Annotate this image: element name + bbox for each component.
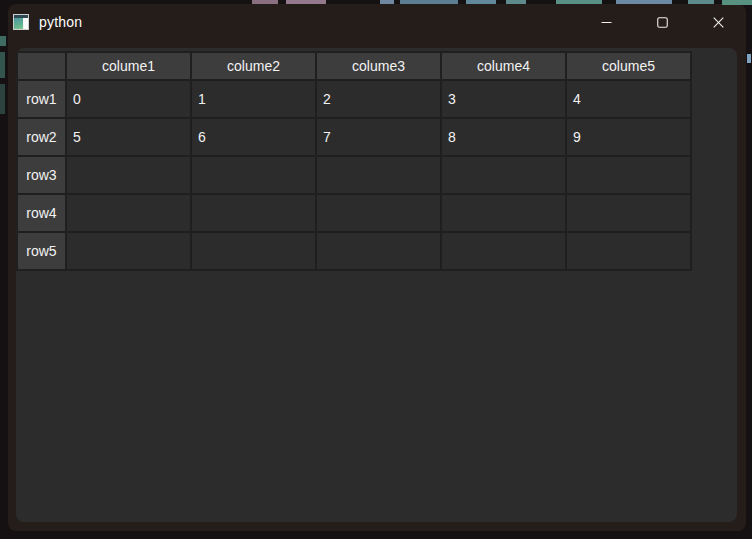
desktop-backdrop: { "window": { "title": "python", "contro… xyxy=(0,0,752,539)
column-header[interactable]: colume1 xyxy=(67,53,190,79)
table-cell[interactable] xyxy=(567,195,690,231)
backdrop-artifact xyxy=(380,0,394,4)
maximize-icon xyxy=(657,17,668,28)
table-cell[interactable]: 0 xyxy=(67,81,190,117)
row-header[interactable]: row4 xyxy=(18,195,65,231)
close-button[interactable] xyxy=(690,4,746,40)
table-cell[interactable] xyxy=(567,157,690,193)
window-title: python xyxy=(39,14,82,30)
table-cell[interactable]: 7 xyxy=(317,119,440,155)
table-cell[interactable]: 6 xyxy=(192,119,315,155)
backdrop-artifact xyxy=(0,52,5,78)
backdrop-artifact xyxy=(0,36,6,46)
app-icon-pane-teal xyxy=(14,18,23,29)
table-cell[interactable] xyxy=(67,157,190,193)
table-cell[interactable] xyxy=(442,157,565,193)
row-header[interactable]: row3 xyxy=(18,157,65,193)
table-cell[interactable] xyxy=(317,233,440,269)
table-cell[interactable] xyxy=(67,233,190,269)
table-cell[interactable] xyxy=(567,233,690,269)
data-table: colume1colume2colume3colume4colume5row10… xyxy=(16,51,692,271)
table-cell[interactable] xyxy=(442,195,565,231)
backdrop-artifact xyxy=(400,0,458,4)
backdrop-artifact xyxy=(466,0,496,4)
table-cell[interactable]: 9 xyxy=(567,119,690,155)
table-cell[interactable] xyxy=(67,195,190,231)
row-header[interactable]: row5 xyxy=(18,233,65,269)
titlebar[interactable]: python xyxy=(8,4,746,40)
table-cell[interactable] xyxy=(192,195,315,231)
backdrop-artifact xyxy=(0,84,5,114)
backdrop-artifact xyxy=(722,0,752,5)
table-cell[interactable] xyxy=(317,195,440,231)
column-header[interactable]: colume5 xyxy=(567,53,690,79)
caption-buttons xyxy=(578,4,746,40)
table-cell[interactable]: 1 xyxy=(192,81,315,117)
app-window: python colume1colume2colume3colume4col xyxy=(8,4,746,531)
row-header[interactable]: row1 xyxy=(18,81,65,117)
row-header[interactable]: row2 xyxy=(18,119,65,155)
content-panel: colume1colume2colume3colume4colume5row10… xyxy=(16,48,737,522)
minimize-icon xyxy=(601,17,612,28)
column-header[interactable]: colume2 xyxy=(192,53,315,79)
backdrop-artifact xyxy=(252,0,278,4)
table-cell[interactable]: 8 xyxy=(442,119,565,155)
table-cell[interactable]: 3 xyxy=(442,81,565,117)
table-cell[interactable] xyxy=(317,157,440,193)
column-header[interactable]: colume3 xyxy=(317,53,440,79)
column-header[interactable]: colume4 xyxy=(442,53,565,79)
app-icon xyxy=(13,14,29,30)
table-cell[interactable]: 4 xyxy=(567,81,690,117)
table-cell[interactable] xyxy=(192,157,315,193)
maximize-button[interactable] xyxy=(634,4,690,40)
table-cell[interactable]: 2 xyxy=(317,81,440,117)
close-icon xyxy=(713,17,724,28)
backdrop-artifact xyxy=(506,0,526,4)
backdrop-artifact xyxy=(688,0,714,4)
table-cell[interactable]: 5 xyxy=(67,119,190,155)
backdrop-artifact xyxy=(747,54,751,63)
table-cell[interactable] xyxy=(442,233,565,269)
backdrop-artifact xyxy=(286,0,326,4)
backdrop-artifact xyxy=(616,0,672,4)
corner-cell xyxy=(18,53,65,79)
table-cell[interactable] xyxy=(192,233,315,269)
app-icon-pane-white xyxy=(24,18,28,29)
backdrop-artifact xyxy=(556,0,602,4)
minimize-button[interactable] xyxy=(578,4,634,40)
